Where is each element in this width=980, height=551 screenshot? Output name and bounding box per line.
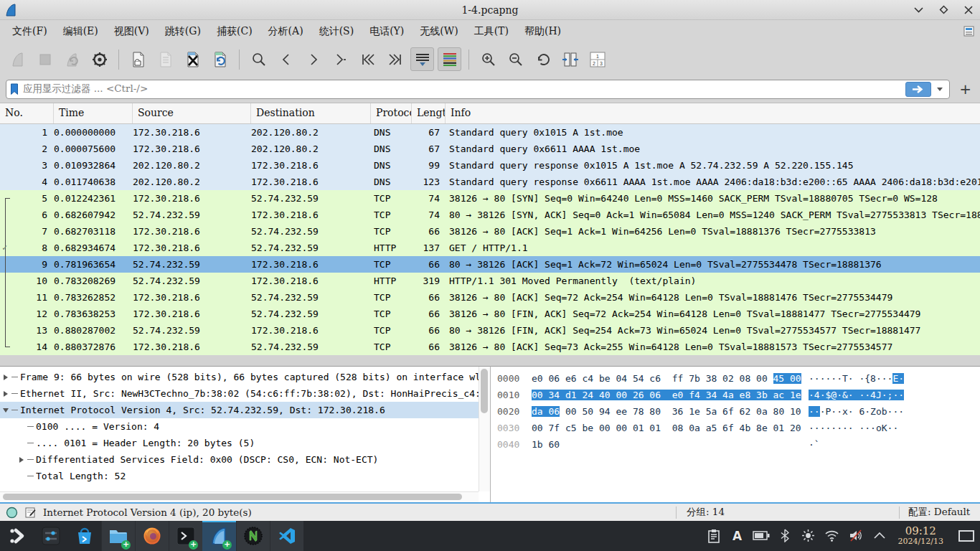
numbered-columns-button[interactable]: 123 [585,47,609,71]
menu-10[interactable]: 工具(T) [466,22,517,41]
packet-row-12[interactable]: 120.783638253172.30.218.652.74.232.59TCP… [0,306,980,322]
menu-1[interactable]: 文件(F) [4,22,55,41]
app-launcher-task[interactable] [0,521,34,551]
reload-file-button[interactable] [208,47,232,71]
volume-muted-icon[interactable] [847,527,865,545]
detail-line-4[interactable]: 0100 .... = Version: 4 [0,418,490,435]
detail-line-6[interactable]: Differentiated Services Field: 0x00 (DSC… [0,451,490,468]
column-header-time[interactable]: Time [54,103,133,123]
filter-dropdown-caret-icon[interactable] [937,88,943,91]
display-filter-input[interactable]: 应用显示过滤器 ... <Ctrl-/> [6,80,950,99]
packet-row-1[interactable]: 10.000000000172.30.218.6202.120.80.2DNS6… [0,124,980,141]
column-header-no[interactable]: No. [0,103,54,123]
wireshark-task[interactable]: + [202,521,236,551]
packet-row-11[interactable]: 110.783262852172.30.218.652.74.232.59TCP… [0,289,980,306]
hex-row-0040[interactable]: 00401b 60·` [497,436,980,453]
packet-row-14[interactable]: 140.880372876172.30.218.652.74.232.59TCP… [0,339,980,355]
packet-row-5[interactable]: 50.012242361172.30.218.652.74.232.59TCP7… [0,190,980,207]
zoom-out-button[interactable] [504,47,527,71]
packet-row-10[interactable]: 100.78320826952.74.232.59172.30.218.6HTT… [0,273,980,289]
detail-line-1[interactable]: Frame 9: 66 bytes on wire (528 bits), 66… [0,369,490,385]
packet-row-9[interactable]: 90.78196365452.74.232.59172.30.218.6TCP6… [0,256,980,273]
menu-6[interactable]: 分析(A) [260,22,311,41]
menu-8[interactable]: 电话(Y) [362,22,412,41]
packet-bytes-pane[interactable]: 0000e0 06 e6 c4 be 04 54 c6 ff 7b 38 02 … [490,366,980,502]
pane-splitter[interactable] [0,355,980,366]
go-to-packet-button[interactable] [329,47,352,71]
terminal-task[interactable]: + [169,521,202,551]
column-header-protocol[interactable]: Protocol [371,103,412,123]
go-back-button[interactable] [274,47,298,71]
menu-2[interactable]: 编辑(E) [55,22,106,41]
close-file-button[interactable] [181,47,204,71]
column-header-destination[interactable]: Destination [251,103,371,123]
capture-comment-icon[interactable] [24,507,37,519]
vscode-task[interactable] [270,521,303,551]
colorize-button[interactable] [438,47,461,71]
detail-line-2[interactable]: Ethernet II, Src: NewH3CTechno_7b:38:02 … [0,385,490,402]
hex-row-0000[interactable]: 0000e0 06 e6 c4 be 04 54 c6 ff 7b 38 02 … [497,370,980,387]
capture-options-button[interactable] [88,47,111,71]
packet-row-6[interactable]: 60.68260794252.74.232.59172.30.218.6TCP7… [0,207,980,223]
menu-11[interactable]: 帮助(H) [517,22,569,41]
menu-4[interactable]: 跳转(G) [157,22,209,41]
menu-9[interactable]: 无线(W) [412,22,466,41]
zoom-reset-button[interactable] [531,47,555,71]
maximize-button[interactable] [939,5,948,14]
expander-closed-icon[interactable] [16,457,27,463]
menu-7[interactable]: 统计(S) [311,22,362,41]
column-header-lengtl[interactable]: Lengtl [412,103,446,123]
menu-5[interactable]: 捕获(C) [209,22,260,41]
packet-row-2[interactable]: 20.000075600172.30.218.6202.120.80.2DNS6… [0,141,980,157]
show-desktop-button[interactable] [958,530,974,542]
bluetooth-icon[interactable] [776,527,794,545]
hex-row-0030[interactable]: 003000 7f c5 be 00 00 01 01 08 0a a5 6f … [497,420,980,436]
detail-line-3[interactable]: Internet Protocol Version 4, Src: 52.74.… [0,402,490,418]
go-last-button[interactable] [383,47,407,71]
battery-icon[interactable] [752,527,771,545]
keyboard-layout-icon[interactable]: A [728,527,747,545]
details-horizontal-scrollbar[interactable] [0,491,479,502]
file-manager-task[interactable]: + [101,521,135,551]
find-packet-button[interactable] [247,47,270,71]
expert-info-icon[interactable] [6,507,18,519]
system-settings-task[interactable] [34,521,67,551]
go-first-button[interactable] [356,47,380,71]
status-profile[interactable]: 配置: Default [900,506,980,519]
clipboard-icon[interactable] [705,527,723,545]
add-filter-button[interactable]: + [956,80,974,98]
column-header-source[interactable]: Source [133,103,251,123]
menu-3[interactable]: 视图(V) [106,22,157,41]
toolbar-overflow-icon[interactable] [963,26,974,37]
packet-row-7[interactable]: 70.682703118172.30.218.652.74.232.59TCP6… [0,223,980,240]
hex-row-0020[interactable]: 0020da 06 00 50 94 ee 78 80 36 1e 5a 6f … [497,403,980,420]
packet-row-8[interactable]: 80.682934674172.30.218.652.74.232.59HTTP… [0,240,980,256]
close-button[interactable] [964,6,973,14]
neovim-task[interactable] [236,521,270,551]
wifi-icon[interactable] [823,527,842,545]
resize-columns-button[interactable] [558,47,582,71]
zoom-in-button[interactable] [476,47,500,71]
open-file-button[interactable] [126,47,150,71]
detail-line-7[interactable]: Total Length: 52 [0,468,490,484]
hex-row-0010[interactable]: 001000 34 d1 24 40 00 26 06 e0 f4 34 4a … [497,387,980,403]
packet-row-3[interactable]: 30.010932864202.120.80.2172.30.218.6DNS9… [0,157,980,174]
details-vertical-scrollbar[interactable] [479,367,490,491]
filter-bookmark-icon[interactable] [10,83,19,95]
expander-open-icon[interactable] [0,408,11,413]
packet-row-4[interactable]: 40.011740638202.120.80.2172.30.218.6DNS1… [0,174,980,190]
chevron-up-icon[interactable] [870,527,889,545]
firefox-task[interactable] [135,521,169,551]
go-forward-button[interactable] [301,47,325,71]
expander-closed-icon[interactable] [0,375,11,380]
column-header-info[interactable]: Info [446,103,980,123]
packet-row-13[interactable]: 130.88028700252.74.232.59172.30.218.6TCP… [0,322,980,339]
discover-task[interactable] [67,521,101,551]
auto-scroll-button[interactable] [410,47,434,71]
minimize-button[interactable] [914,6,923,13]
clock[interactable]: 09:12 2024/12/13 [898,526,943,545]
expander-closed-icon[interactable] [0,391,11,397]
apply-filter-button[interactable] [905,82,931,97]
brightness-icon[interactable] [799,527,818,545]
detail-line-5[interactable]: .... 0101 = Header Length: 20 bytes (5) [0,435,490,451]
